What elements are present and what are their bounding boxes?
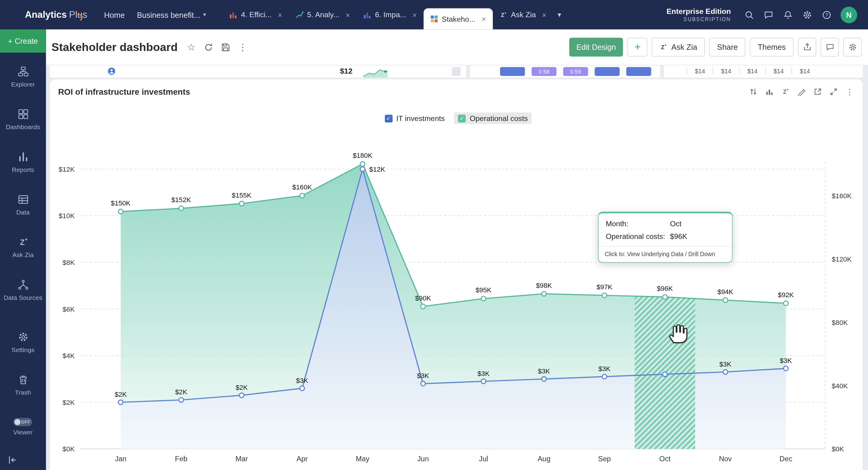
topbar-icons: ?	[744, 10, 832, 20]
tooltip-row1-label: Month:	[606, 219, 670, 228]
viewer-label: Viewer	[13, 429, 33, 436]
dashboard-canvas: $12 0.580.59 $14$14$14$14$14 ROI of infr…	[46, 65, 868, 470]
sidebar-item-data[interactable]: Data	[0, 194, 46, 236]
sidebar-item-data-sources[interactable]: Data Sources	[0, 280, 46, 331]
chart-card: ROI of infrastructure investments Z⋮ ✓IT…	[50, 79, 863, 470]
svg-text:$3K: $3K	[598, 365, 610, 373]
svg-text:$3K: $3K	[538, 368, 550, 375]
dashboard-grid-icon	[430, 15, 438, 23]
edition-badge: Enterprise Edition SUBSCRIPTION	[667, 7, 735, 22]
themes-button[interactable]: Themes	[750, 38, 793, 56]
gear-icon	[848, 42, 857, 51]
data-icon	[18, 194, 29, 205]
close-icon[interactable]: ×	[346, 10, 350, 19]
sidebar-item-ask-zia[interactable]: ZAsk Zia	[0, 237, 46, 280]
svg-text:$94K: $94K	[717, 288, 733, 296]
action-icon-buttons	[798, 38, 861, 56]
svg-text:$96K: $96K	[657, 285, 673, 292]
cursor-hand-icon	[667, 322, 689, 344]
person-icon	[107, 67, 116, 76]
tab-5-analy[interactable]: 5. Analy...×	[289, 0, 357, 29]
close-icon[interactable]: ×	[542, 10, 547, 19]
close-icon[interactable]: ×	[482, 14, 486, 23]
comment-button[interactable]	[821, 38, 839, 56]
clipped-widgets-row: $12 0.580.59 $14$14$14$14$14	[50, 65, 863, 78]
viewer-toggle-pill[interactable]: OFF	[13, 418, 32, 426]
explorer-icon	[18, 66, 29, 77]
help-icon[interactable]: ?	[822, 10, 832, 20]
star-icon[interactable]: ☆	[187, 42, 196, 52]
svg-text:May: May	[355, 454, 369, 463]
tab-6-impa[interactable]: 6. Impa...×	[357, 0, 424, 29]
refresh-icon[interactable]	[204, 42, 213, 52]
svg-text:$3K: $3K	[417, 372, 429, 380]
chat-icon[interactable]	[764, 10, 774, 20]
sidebar-item-trash[interactable]: Trash	[0, 374, 46, 417]
gear-button[interactable]	[843, 38, 862, 56]
close-icon[interactable]: ×	[278, 10, 282, 19]
tab-4-effici[interactable]: 4. Effici...×	[223, 0, 289, 29]
search-icon[interactable]	[744, 10, 754, 20]
nav-home[interactable]: Home	[104, 10, 125, 19]
svg-text:$3K: $3K	[719, 360, 732, 368]
roi-area-chart[interactable]: $0K$2K$4K$6K$8K$10K$12K$0K$40K$80K$120K$…	[50, 79, 863, 470]
gear-icon[interactable]	[802, 10, 812, 20]
svg-text:$4K: $4K	[62, 352, 75, 360]
viewer-toggle[interactable]: OFF Viewer	[13, 418, 33, 436]
page-title: Stakeholder dashboard	[52, 40, 178, 54]
sidebar-item-settings[interactable]: Settings	[0, 331, 46, 374]
nav-home-label: Home	[104, 10, 125, 19]
chevron-down-icon: ▾	[203, 11, 206, 19]
zia-icon: Z	[18, 237, 29, 248]
add-widget-button[interactable]: +	[627, 38, 647, 56]
tab-stakeho[interactable]: Stakeho...×	[424, 8, 493, 30]
svg-text:$160K: $160K	[292, 183, 312, 191]
ask-zia-button[interactable]: ZAsk Zia	[652, 38, 705, 56]
svg-text:$152K: $152K	[172, 196, 191, 204]
tab-ask-zia[interactable]: ZAsk Zia×	[493, 0, 553, 29]
export-button[interactable]	[798, 38, 816, 56]
chart-tooltip: Month: Oct Operational costs: $96K Click…	[598, 212, 733, 263]
sidebar-item-explorer[interactable]: Explorer	[0, 66, 46, 109]
partial-value: $14	[687, 67, 713, 74]
svg-text:$8K: $8K	[62, 259, 75, 266]
line-chart-icon	[296, 11, 304, 19]
bell-icon[interactable]	[783, 10, 793, 20]
sidebar-item-label: Ask Zia	[3, 251, 43, 259]
tab-overflow-chevron-icon[interactable]: ▾	[558, 10, 561, 19]
avatar[interactable]: N	[841, 6, 857, 23]
top-nav: Home Business benefit...▾	[104, 10, 206, 19]
dashboards-icon	[18, 109, 29, 120]
export-icon	[803, 42, 811, 51]
settings-icon	[18, 331, 29, 343]
widget-partial-block	[452, 67, 461, 76]
sidebar-collapse-icon[interactable]	[7, 454, 18, 466]
svg-text:$12K: $12K	[369, 166, 385, 173]
save-icon[interactable]	[221, 42, 230, 52]
svg-text:Jun: Jun	[417, 454, 429, 463]
svg-text:$2K: $2K	[115, 391, 127, 398]
svg-text:$10K: $10K	[59, 212, 75, 219]
share-button[interactable]: Share	[710, 38, 746, 56]
tooltip-footer[interactable]: Click to: View Underlying Data / Drill D…	[598, 246, 732, 262]
nav-business-benefit[interactable]: Business benefit...▾	[137, 10, 206, 19]
create-button[interactable]: + Create	[0, 29, 46, 53]
kebab-icon[interactable]: ⋮	[238, 42, 247, 52]
tab-label: Stakeho...	[442, 15, 475, 23]
mini-bar: 0.58	[532, 67, 557, 76]
kpi-partial-value: $12	[340, 67, 352, 76]
topbar: AnalyticsPlus Home Business benefit...▾ …	[0, 0, 868, 29]
tab-label: 5. Analy...	[307, 10, 339, 19]
partial-value: $14	[713, 67, 739, 74]
svg-text:$3K: $3K	[296, 377, 308, 384]
sidebar-item-label: Reports	[3, 166, 43, 173]
svg-text:Apr: Apr	[297, 454, 308, 463]
mini-bar	[595, 67, 620, 76]
sidebar-item-label: Settings	[3, 346, 43, 354]
close-icon[interactable]: ×	[412, 10, 417, 19]
tab-label: 4. Effici...	[241, 10, 272, 19]
edit-design-button[interactable]: Edit Design	[569, 38, 623, 56]
sidebar-item-reports[interactable]: Reports	[0, 151, 46, 194]
sidebar-item-dashboards[interactable]: Dashboards	[0, 109, 46, 151]
svg-text:$3K: $3K	[477, 370, 490, 377]
